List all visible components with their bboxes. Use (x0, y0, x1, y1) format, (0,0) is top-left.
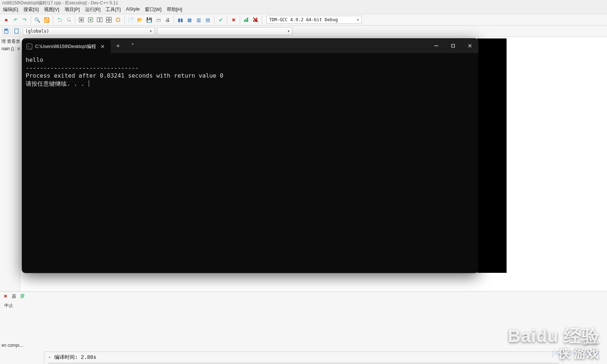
undo-icon[interactable]: ↶ (11, 16, 19, 24)
copy-icon[interactable]: 🗐 (19, 293, 26, 300)
error-list-icon[interactable]: ✖ (2, 293, 9, 300)
console-window: >_ C:\Users\86159\Desktop\编程 ✕ ＋ ˅ hello… (22, 38, 478, 273)
menu-tools[interactable]: 工具[T] (106, 6, 121, 13)
toolbar-main: ■ ↶ ↷ 🔍 🔁 ⮌ ⮎ 📄 📂 💾 🗃 🖨 ▮▮ (0, 14, 607, 26)
compile-log-line: - 编译时间: 2.88s (48, 354, 559, 361)
svg-rect-13 (244, 20, 245, 22)
console-tab[interactable]: >_ C:\Users\86159\Desktop\编程 ✕ (22, 40, 111, 53)
layout-2-icon[interactable]: ▦ (185, 16, 194, 24)
redo-icon[interactable]: ↷ (21, 16, 29, 24)
console-line-1: hello (26, 56, 43, 63)
save-all-icon[interactable]: 🗃 (154, 16, 162, 24)
print-icon[interactable]: 🖨 (163, 16, 172, 24)
open-icon[interactable]: 📂 (136, 16, 144, 24)
close-button[interactable] (461, 38, 478, 53)
stop-icon[interactable]: ■ (2, 16, 10, 24)
compiler-select[interactable]: TDM-GCC 4.9.2 64-bit Debug (266, 16, 362, 24)
ide-title-text: rs\86159\Desktop\编程\17.cpp - [Executing]… (2, 0, 118, 5)
svg-rect-6 (106, 17, 108, 19)
save-icon[interactable]: 💾 (145, 16, 153, 24)
compile-run-icon[interactable] (96, 16, 104, 24)
toolbar-nav: (globals) (0, 26, 607, 37)
svg-point-10 (116, 18, 120, 22)
menu-astyle[interactable]: AStyle (126, 6, 140, 13)
console-line-2: -------------------------------- (26, 64, 139, 71)
tab-dropdown-icon[interactable]: ˅ (125, 38, 140, 53)
new-tab-button[interactable]: ＋ (111, 38, 125, 53)
profile-icon[interactable] (242, 16, 250, 24)
svg-rect-1 (80, 19, 82, 21)
sidebar-main-func[interactable]: nain () : in (0, 45, 20, 52)
menu-search[interactable]: 搜索[S] (23, 6, 39, 13)
ide-title-bar: rs\86159\Desktop\编程\17.cpp - [Executing]… (0, 0, 607, 5)
menu-project[interactable]: 项目[P] (65, 6, 80, 13)
compile-log: - 编译时间: 2.88s (44, 352, 563, 364)
debug-icon[interactable] (114, 16, 122, 24)
console-line-3: Process exited after 0.03241 seconds wit… (26, 72, 223, 79)
svg-rect-5 (100, 18, 102, 22)
minimize-button[interactable] (428, 38, 445, 53)
layout-4-icon[interactable]: ▤ (204, 16, 212, 24)
abort-button[interactable]: 中止 (4, 303, 13, 308)
goto-bookmark-icon[interactable] (2, 27, 10, 35)
sidebar-header[interactable]: 理 查看类 (0, 38, 20, 45)
svg-rect-4 (97, 18, 99, 22)
back-icon[interactable]: ⮌ (55, 16, 63, 24)
toggle-bookmark-icon[interactable] (12, 27, 21, 35)
terminal-icon: >_ (26, 44, 32, 49)
svg-rect-16 (253, 20, 254, 22)
svg-rect-9 (109, 20, 111, 22)
svg-rect-15 (247, 18, 248, 22)
search-icon[interactable]: 🔍 (33, 16, 41, 24)
console-tab-title: C:\Users\86159\Desktop\编程 (35, 44, 96, 50)
class-browser-sidebar: 理 查看类 nain () : in (0, 37, 20, 291)
compile-icon[interactable] (77, 16, 85, 24)
layout-3-icon[interactable]: ▥ (195, 16, 203, 24)
menu-help[interactable]: 帮助[H] (167, 6, 183, 13)
new-file-icon[interactable]: 📄 (127, 16, 135, 24)
run-icon[interactable] (87, 16, 95, 24)
console-titlebar[interactable]: >_ C:\Users\86159\Desktop\编程 ✕ ＋ ˅ (22, 38, 478, 53)
compile-status: en compi... (0, 339, 607, 349)
watermark-xiayx: xiayx.com 侠 游戏 (558, 340, 599, 362)
output-tab-compiler[interactable]: 器 (12, 293, 16, 300)
menu-window[interactable]: 窗口[W] (145, 6, 162, 13)
editor-dark-area (477, 38, 507, 273)
svg-marker-3 (90, 18, 92, 21)
layout-1-icon[interactable]: ▮▮ (176, 16, 184, 24)
svg-rect-14 (246, 19, 247, 22)
menu-bar: 编辑[E] 搜索[S] 视图[V] 项目[P] 运行[R] 工具[T] ASty… (0, 5, 607, 14)
svg-rect-7 (109, 17, 111, 19)
maximize-button[interactable] (445, 38, 461, 53)
cursor-icon (89, 80, 89, 87)
menu-edit[interactable]: 编辑[E] (3, 6, 18, 13)
svg-rect-21 (15, 29, 18, 33)
compiler-selected-text: TDM-GCC 4.9.2 64-bit Debug (269, 17, 338, 22)
rebuild-icon[interactable] (105, 16, 113, 24)
scope-select[interactable]: (globals) (23, 27, 155, 35)
console-output[interactable]: hello -------------------------------- P… (22, 53, 478, 273)
console-line-4: 请按任意键继续. . . (26, 80, 88, 87)
tab-close-icon[interactable]: ✕ (99, 44, 106, 49)
menu-view[interactable]: 视图[V] (44, 6, 59, 13)
check-icon[interactable]: ✔ (217, 16, 225, 24)
menu-run[interactable]: 运行[R] (85, 6, 101, 13)
member-select[interactable] (157, 27, 293, 35)
replace-icon[interactable]: 🔁 (43, 16, 51, 24)
output-panel: ✖ 器 🗐 中止 en compi... - 编译时间: 2.88s (0, 291, 607, 364)
watermark-xiayx-logo: 侠 游戏 (558, 346, 599, 360)
scope-selected-text: (globals) (25, 29, 49, 34)
svg-rect-8 (106, 20, 108, 22)
svg-rect-23 (452, 44, 455, 47)
delete-icon[interactable]: ✖ (229, 16, 238, 24)
forward-icon[interactable]: ⮎ (65, 16, 73, 24)
profile-del-icon[interactable] (251, 16, 260, 24)
watermark-xiayx-url: xiayx.com (558, 340, 599, 345)
